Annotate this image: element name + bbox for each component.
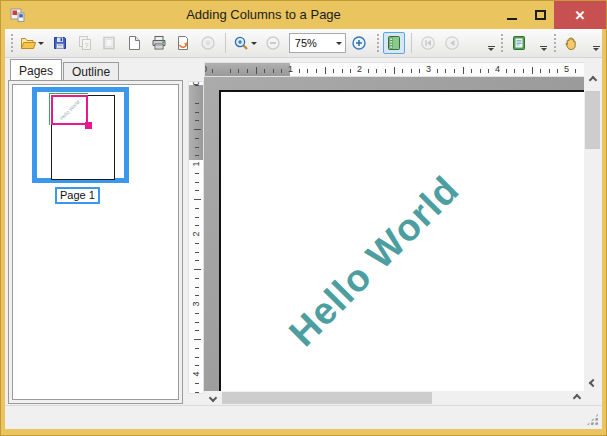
maximize-button[interactable] xyxy=(526,1,554,29)
combo-dropdown-button[interactable] xyxy=(332,38,345,48)
ruler-tick xyxy=(195,357,199,358)
ruler-tick xyxy=(194,339,201,340)
scroll-left-button[interactable] xyxy=(205,391,221,405)
toolbar-grip[interactable] xyxy=(376,34,380,52)
close-icon: ✕ xyxy=(575,8,586,23)
ruler-number: 1 xyxy=(191,157,201,171)
page-thumbnail-selection[interactable]: Hello World xyxy=(32,87,129,183)
v-scroll-thumb[interactable] xyxy=(585,91,600,149)
ruler-tick xyxy=(532,67,533,74)
zoom-level-combo[interactable]: 75% xyxy=(289,33,346,53)
page-setup-button[interactable] xyxy=(123,32,146,54)
ruler-number: 2 xyxy=(355,64,364,74)
previous-page-button xyxy=(441,32,464,54)
chevron-left-icon xyxy=(209,394,217,402)
ruler-tick xyxy=(195,313,199,314)
ruler-tick xyxy=(411,69,412,73)
minimize-icon xyxy=(507,18,517,20)
ruler-tick xyxy=(506,69,507,73)
ruler-tick xyxy=(540,69,541,73)
document-page[interactable]: Hello World xyxy=(219,90,585,391)
ruler-tick xyxy=(195,190,199,191)
ruler-number: 4 xyxy=(493,64,502,74)
ruler-tick xyxy=(325,67,326,74)
ruler-margin-segment xyxy=(189,85,203,160)
ruler-tick xyxy=(549,69,550,73)
toolbar-overflow-button[interactable] xyxy=(485,35,497,57)
zoom-level-value: 75% xyxy=(290,37,332,49)
ruler-tick xyxy=(342,69,343,73)
ruler-number: 3 xyxy=(424,64,433,74)
toolbar-separator xyxy=(225,33,226,53)
save-button[interactable] xyxy=(49,32,72,54)
zoom-out-button xyxy=(262,32,285,54)
ruler-tick xyxy=(445,69,446,73)
main-area: Pages Outline Hello World xyxy=(5,58,602,405)
document-canvas[interactable]: Hello World xyxy=(204,77,585,391)
ruler-tick xyxy=(394,67,395,74)
app-window: Adding Columns to a Page ✕ ?75% Pages Ou… xyxy=(0,0,607,436)
scroll-right-button[interactable] xyxy=(569,391,585,405)
export-button[interactable] xyxy=(172,32,195,54)
zoom-mode-button[interactable] xyxy=(230,32,260,54)
ruler-tick xyxy=(238,69,239,73)
thumbnail-resize-handle[interactable] xyxy=(85,122,92,129)
continuous-view-button[interactable] xyxy=(383,32,406,54)
tab-pages[interactable]: Pages xyxy=(10,59,62,80)
close-button[interactable]: ✕ xyxy=(554,1,606,29)
cancel-button xyxy=(197,32,220,54)
ruler-tick xyxy=(437,69,438,73)
horizontal-scrollbar[interactable] xyxy=(204,391,585,405)
status-bar xyxy=(5,405,602,429)
minimize-button[interactable] xyxy=(498,1,526,29)
toolbar: ?75% xyxy=(5,29,602,58)
chevron-right-icon xyxy=(573,394,581,402)
ruler-tick xyxy=(463,67,464,74)
toolbar-overflow-button[interactable] xyxy=(538,35,550,57)
print-button[interactable] xyxy=(147,32,170,54)
vertical-scrollbar[interactable] xyxy=(584,58,601,391)
toolbar-grip[interactable] xyxy=(10,34,14,52)
first-page-button xyxy=(416,32,439,54)
scroll-down-button[interactable] xyxy=(584,375,601,391)
page-text: Hello World xyxy=(259,146,490,377)
ruler-tick xyxy=(402,69,403,73)
ruler-tick xyxy=(194,129,201,130)
sidebar-tabs: Pages Outline xyxy=(8,59,183,80)
window-controls: ✕ xyxy=(498,1,606,29)
ruler-tick xyxy=(195,217,199,218)
ruler-tick xyxy=(195,208,199,209)
ruler-tick xyxy=(264,69,265,73)
ruler-tick xyxy=(195,287,199,288)
thumbnail-label: Page 1 xyxy=(55,187,100,204)
pan-button[interactable] xyxy=(560,32,583,54)
thumbnail-panel[interactable]: Hello World Page 1 xyxy=(12,84,179,400)
toolbar-grip[interactable] xyxy=(500,34,504,52)
ruler-tick xyxy=(212,69,213,73)
ruler-tick xyxy=(419,69,420,73)
h-scroll-thumb[interactable] xyxy=(222,392,432,404)
toolbar-grip[interactable] xyxy=(553,34,557,52)
thumbnail-column-shape[interactable]: Hello World xyxy=(51,95,88,125)
tab-outline[interactable]: Outline xyxy=(63,62,119,80)
ruler-number: 3 xyxy=(191,297,201,311)
ruler-tick xyxy=(385,69,386,73)
open-button[interactable] xyxy=(17,32,47,54)
ruler-tick xyxy=(273,69,274,73)
page-thumbnail[interactable]: Hello World xyxy=(51,95,115,180)
single-page-view-button[interactable] xyxy=(507,32,530,54)
dropdown-caret-icon[interactable] xyxy=(251,42,257,48)
zoom-in-button[interactable] xyxy=(348,32,371,54)
ruler-tick xyxy=(195,112,199,113)
resize-grip[interactable] xyxy=(586,413,599,426)
hand-icon xyxy=(563,35,579,51)
pages-tab-panel: Hello World Page 1 xyxy=(8,80,183,404)
prev-page-icon xyxy=(444,35,460,51)
ruler-tick xyxy=(195,330,199,331)
scroll-up-button[interactable] xyxy=(584,72,601,88)
toolbar-overflow-button[interactable] xyxy=(590,35,602,57)
preview-area: 012345 01234 Hello World xyxy=(184,58,602,405)
ruler-tick xyxy=(307,69,308,73)
ruler-tick xyxy=(575,69,576,73)
dropdown-caret-icon[interactable] xyxy=(38,42,44,48)
